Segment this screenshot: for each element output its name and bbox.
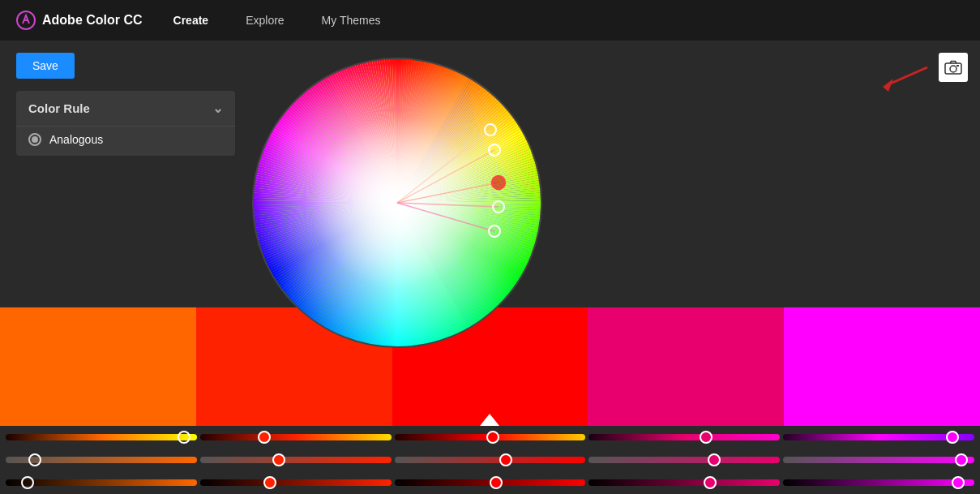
- slider-track-3[interactable]: [395, 434, 586, 440]
- bri-track-5[interactable]: [783, 479, 974, 486]
- color-rule-chevron-icon: ⌄: [212, 101, 223, 116]
- camera-button[interactable]: [939, 53, 968, 82]
- save-button[interactable]: Save: [16, 53, 75, 79]
- swatch-4[interactable]: [588, 307, 784, 426]
- nav-explore[interactable]: Explore: [239, 11, 290, 30]
- analogous-option[interactable]: Analogous: [28, 133, 223, 146]
- red-arrow-icon: [879, 61, 935, 93]
- svg-rect-12: [956, 65, 959, 67]
- svg-marker-14: [883, 79, 893, 92]
- wheel-handle-active: [492, 176, 505, 189]
- svg-point-11: [950, 66, 956, 72]
- analogous-label: Analogous: [49, 133, 103, 146]
- camera-icon: [944, 60, 962, 75]
- bri-thumb-4[interactable]: [704, 476, 717, 489]
- svg-line-13: [887, 67, 927, 85]
- color-rule-body: Analogous: [16, 126, 235, 156]
- swatch-5[interactable]: [784, 307, 980, 426]
- slider-thumb-3[interactable]: [486, 431, 499, 444]
- adobe-logo-icon: [16, 11, 36, 30]
- sat-track-4[interactable]: [588, 457, 780, 463]
- arrow-indicator: [879, 61, 935, 98]
- slider-thumb-4[interactable]: [700, 431, 713, 444]
- color-wheel[interactable]: [251, 57, 543, 349]
- color-rule-panel: Color Rule ⌄ Analogous: [16, 91, 235, 156]
- app-logo: Adobe Color CC: [16, 11, 143, 30]
- bri-track-3[interactable]: [395, 479, 586, 486]
- slider-track-4[interactable]: [588, 434, 780, 440]
- sat-track-5[interactable]: [783, 457, 974, 463]
- color-rule-header[interactable]: Color Rule ⌄: [16, 91, 235, 126]
- sat-thumb-4[interactable]: [708, 453, 721, 466]
- sat-thumb-5[interactable]: [955, 453, 968, 466]
- color-rule-title: Color Rule: [28, 101, 90, 115]
- app-name: Adobe Color CC: [42, 13, 143, 28]
- slider-thumb-5[interactable]: [946, 431, 959, 444]
- nav-create[interactable]: Create: [167, 11, 216, 30]
- sat-track-3[interactable]: [395, 457, 586, 463]
- radio-analogous: [28, 133, 41, 146]
- bri-thumb-5[interactable]: [952, 476, 965, 489]
- color-wheel-container[interactable]: [251, 57, 559, 365]
- radio-inner: [32, 136, 38, 143]
- slider-track-5[interactable]: [783, 434, 974, 440]
- nav-my-themes[interactable]: My Themes: [315, 11, 387, 30]
- active-swatch-indicator: [480, 414, 499, 426]
- sat-thumb-3[interactable]: [499, 453, 512, 466]
- main-area: Save Color Rule ⌄ Analogous: [0, 41, 980, 494]
- bri-track-4[interactable]: [588, 479, 780, 486]
- top-navigation: Adobe Color CC Create Explore My Themes: [0, 0, 980, 41]
- bri-thumb-3[interactable]: [490, 476, 503, 489]
